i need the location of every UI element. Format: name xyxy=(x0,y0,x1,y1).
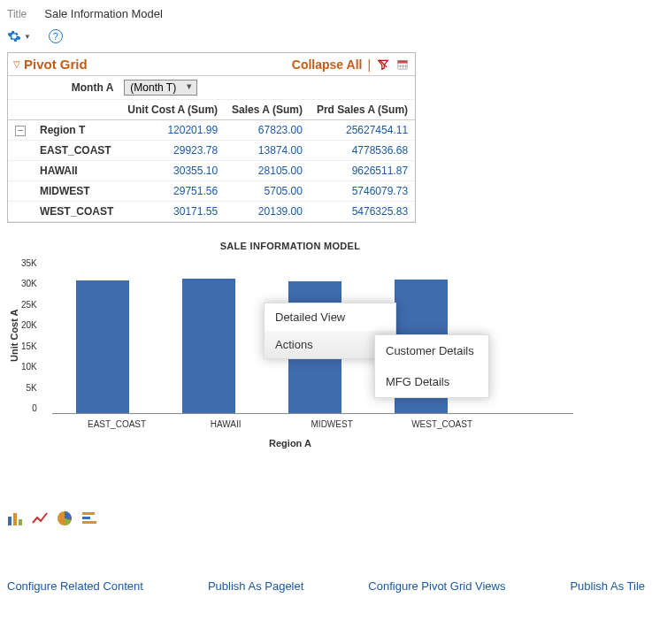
bar-chart-icon[interactable] xyxy=(7,510,23,526)
filter-label: Month A xyxy=(33,76,120,100)
cell-value[interactable]: 29751.56 xyxy=(120,181,225,202)
chart-bar[interactable] xyxy=(76,280,129,413)
collapse-button[interactable]: − xyxy=(15,126,26,136)
pivot-grid-title: Pivot Grid xyxy=(24,57,88,72)
cell-value[interactable]: 5476325.83 xyxy=(310,202,415,222)
chevron-down-icon: ▼ xyxy=(24,33,31,41)
cell-value[interactable]: 4778536.68 xyxy=(310,141,415,161)
collapse-all-link[interactable]: Collapse All xyxy=(292,58,363,72)
table-row: HAWAII 30355.10 28105.00 9626511.87 xyxy=(8,161,415,181)
cell-value[interactable]: 120201.99 xyxy=(120,120,225,141)
row-header: EAST_COAST xyxy=(33,141,120,161)
row-header: HAWAII xyxy=(33,161,120,181)
submenu-item-customer-details[interactable]: Customer Details xyxy=(375,335,488,366)
month-select[interactable]: (Month T) xyxy=(124,80,197,96)
chart-type-toolbar xyxy=(7,510,645,526)
gear-icon xyxy=(7,29,21,43)
link-publish-as-tile[interactable]: Publish As Tile xyxy=(570,579,645,593)
x-axis-label: Region A xyxy=(7,438,573,448)
col-header: Prd Sales A (Sum) xyxy=(310,100,415,120)
cell-value[interactable]: 9626511.87 xyxy=(310,161,415,181)
row-header: Region T xyxy=(33,120,120,141)
cell-value[interactable]: 5746079.73 xyxy=(310,181,415,202)
cell-value[interactable]: 28105.00 xyxy=(225,161,310,181)
line-chart-icon[interactable] xyxy=(32,510,48,526)
horizontal-bar-chart-icon[interactable] xyxy=(81,510,97,526)
table-row: WEST_COAST 30171.55 20139.00 5476325.83 xyxy=(8,202,415,222)
cell-value[interactable]: 25627454.11 xyxy=(310,120,415,141)
cell-value[interactable]: 20139.00 xyxy=(225,202,310,222)
row-header: MIDWEST xyxy=(33,181,120,202)
menu-item-label: Actions xyxy=(275,338,313,351)
menu-item-label: MFG Details xyxy=(386,375,449,388)
actions-submenu: Customer Details MFG Details xyxy=(374,334,489,398)
menu-item-label: Customer Details xyxy=(386,344,474,357)
svg-rect-6 xyxy=(8,517,12,525)
menu-item-detailed-view[interactable]: Detailed View xyxy=(265,303,395,331)
menu-item-label: Detailed View xyxy=(275,310,345,324)
table-row: MIDWEST 29751.56 5705.00 5746079.73 xyxy=(8,181,415,202)
col-header: Unit Cost A (Sum) xyxy=(120,100,225,120)
pie-chart-icon[interactable] xyxy=(57,510,73,526)
separator: | xyxy=(367,58,371,72)
svg-rect-8 xyxy=(19,519,22,525)
link-publish-as-pagelet[interactable]: Publish As Pagelet xyxy=(208,579,303,593)
submenu-item-mfg-details[interactable]: MFG Details xyxy=(375,366,488,397)
footer-links: Configure Related Content Publish As Pag… xyxy=(7,579,645,593)
svg-rect-11 xyxy=(82,517,90,519)
cell-value[interactable]: 5705.00 xyxy=(225,181,310,202)
y-axis-ticks: 35K30K25K20K15K10K5K0 xyxy=(21,258,41,413)
svg-rect-1 xyxy=(398,60,408,63)
pivot-table: Month A (Month T) Unit Cost A (Sum) Sale… xyxy=(8,76,415,222)
cell-value[interactable]: 67823.00 xyxy=(225,120,310,141)
title-label: Title xyxy=(7,8,27,20)
svg-rect-7 xyxy=(13,513,17,525)
settings-gear-button[interactable]: ▼ xyxy=(7,29,31,43)
collapse-toggle-icon[interactable]: ▽ xyxy=(13,59,20,69)
cell-value[interactable]: 29923.78 xyxy=(120,141,225,161)
filter-remove-icon[interactable] xyxy=(376,58,390,72)
page-title: Sale Information Model xyxy=(44,7,163,20)
calendar-icon[interactable] xyxy=(395,58,410,72)
cell-value[interactable]: 30171.55 xyxy=(120,202,225,222)
cell-value[interactable]: 30355.10 xyxy=(120,161,225,181)
cell-value[interactable]: 13874.00 xyxy=(225,141,310,161)
table-row: − Region T 120201.99 67823.00 25627454.1… xyxy=(8,120,415,141)
chart-bar[interactable] xyxy=(182,279,235,413)
chart-title: SALE INFORMATION MODEL xyxy=(7,241,573,251)
help-button[interactable]: ? xyxy=(49,29,63,43)
chart-panel: SALE INFORMATION MODEL Unit Cost A 35K30… xyxy=(7,241,573,448)
x-axis-ticks: EAST_COASTHAWAIIMIDWESTWEST_COAST xyxy=(52,414,573,429)
link-configure-related-content[interactable]: Configure Related Content xyxy=(7,579,143,593)
y-axis-label: Unit Cost A xyxy=(7,258,21,413)
link-configure-pivot-grid-views[interactable]: Configure Pivot Grid Views xyxy=(368,579,505,593)
col-header: Sales A (Sum) xyxy=(225,100,310,120)
pivot-grid-panel: ▽ Pivot Grid Collapse All | Month A (Mon… xyxy=(7,52,416,223)
svg-rect-10 xyxy=(82,512,95,515)
table-row: EAST_COAST 29923.78 13874.00 4778536.68 xyxy=(8,141,415,161)
row-header: WEST_COAST xyxy=(33,202,120,222)
svg-rect-12 xyxy=(82,521,96,524)
